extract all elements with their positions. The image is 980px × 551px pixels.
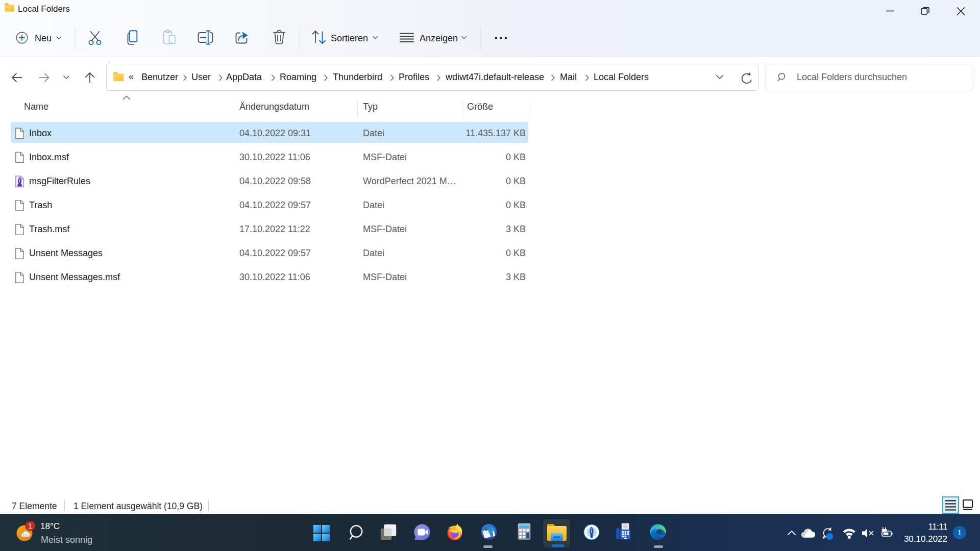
svg-text:1: 1 bbox=[28, 522, 32, 530]
